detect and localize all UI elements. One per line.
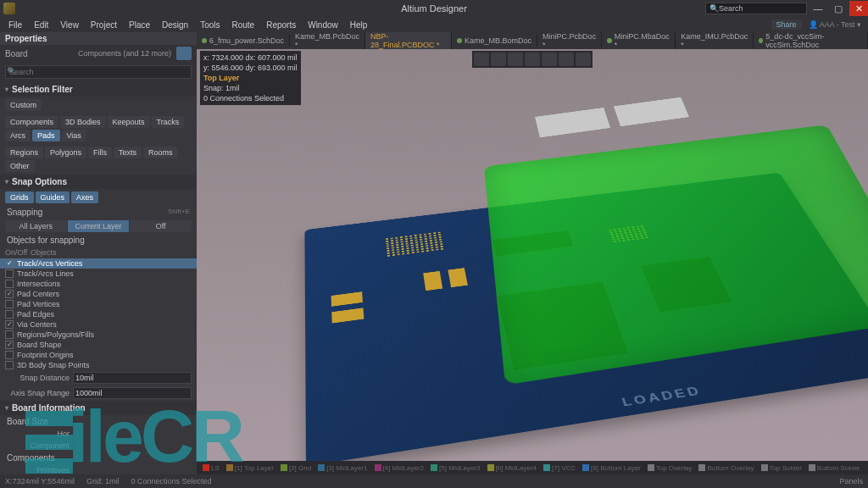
document-tab[interactable]: NBP-28_Final.PCBDOC * [365,32,452,49]
menu-view[interactable]: View [55,19,84,30]
panels-button[interactable]: Panels [839,477,863,485]
layer-item[interactable]: [7] VCC [541,464,578,472]
menu-file[interactable]: File [3,19,27,30]
pcb-3d-canvas[interactable]: LOADED [197,49,868,461]
section-snap-options[interactable]: Snap Options [0,175,197,189]
menu-reports[interactable]: Reports [261,19,301,30]
snap-off[interactable]: Off [130,220,192,232]
snap-object-row[interactable]: 3D Body Snap Points [0,360,197,370]
menu-design[interactable]: Design [157,19,193,30]
menu-help[interactable]: Help [345,19,373,30]
tool-6[interactable] [559,53,574,66]
layer-item[interactable]: [6] MidLayer4 [485,464,539,472]
checkbox-icon[interactable] [5,280,14,288]
filter-other[interactable]: Other [5,160,35,172]
document-tab[interactable]: 6_fmu_power.SchDoc [197,35,290,47]
layer-item[interactable]: LS [200,464,222,472]
checkbox-icon[interactable] [5,330,14,339]
snap-all-layers[interactable]: All Layers [5,220,67,232]
checkbox-icon[interactable] [5,290,14,298]
filter-tracks[interactable]: Tracks [152,116,185,128]
layer-swatch-icon [281,464,287,471]
filter-fills[interactable]: Fills [88,147,112,158]
menu-tools[interactable]: Tools [195,19,225,30]
snap-object-row[interactable]: Pad Vertices [0,299,197,309]
menu-edit[interactable]: Edit [29,19,53,30]
document-tab[interactable]: Kame_MB.PcbDoc * [290,32,365,49]
layer-item[interactable]: Bottom Solder [806,464,863,472]
checkbox-icon[interactable] [5,361,14,369]
section-selection-filter[interactable]: Selection Filter [0,82,197,97]
snap-object-row[interactable]: Pad Edges [0,309,197,319]
close-button[interactable]: ✕ [849,1,868,16]
tool-2[interactable] [491,53,506,66]
filter-pads[interactable]: Pads [32,130,60,141]
filter-regions[interactable]: Regions [5,147,43,158]
document-tab[interactable]: 5_dc-dc_vccSim-vccSim.SchDoc [754,32,868,49]
snap-axes[interactable]: Axes [71,191,98,203]
maximize-button[interactable]: ▢ [829,1,848,16]
snap-object-row[interactable]: Pad Centers [0,289,197,299]
board-size-label: Board Size [0,415,197,428]
layer-item[interactable]: [2] Gnd [278,464,314,472]
layer-label: Top Solder [770,464,802,472]
document-tab[interactable]: MiniPC.MbaDoc * [602,32,676,49]
filter-keepouts[interactable]: Keepouts [108,116,150,128]
tool-1[interactable] [474,53,489,66]
filter-icon[interactable] [176,47,192,60]
snap-object-row[interactable]: Via Centers [0,319,197,330]
tool-7[interactable] [576,53,591,66]
snap-current-layer[interactable]: Current Layer [68,220,130,232]
menu-place[interactable]: Place [124,19,155,30]
tool-5[interactable] [542,53,557,66]
filter-rooms[interactable]: Rooms [143,147,178,158]
checkbox-icon[interactable] [5,310,14,319]
checkbox-icon[interactable] [5,300,14,308]
document-tab[interactable]: MiniPC.PcbDoc * [537,32,602,49]
layer-item[interactable]: [5] MidLayer3 [428,464,482,472]
user-label[interactable]: 👤 AAA - Test ▾ [805,20,865,29]
checkbox-icon[interactable] [5,351,14,359]
layer-item[interactable]: [8] Bottom Layer [580,464,643,472]
document-tab[interactable]: Kame_IMU.PcbDoc * [676,32,754,49]
layer-item[interactable]: Bottom Overlay [696,464,756,472]
checkbox-icon[interactable] [5,341,14,349]
filter-arcs[interactable]: Arcs [5,130,31,141]
checkbox-icon[interactable] [5,269,14,278]
global-search[interactable]: 🔍 Search [705,3,807,14]
filter-components[interactable]: Components [5,116,58,128]
layer-item[interactable]: Top Solder [759,464,804,472]
filter-polygons[interactable]: Polygons [45,147,86,158]
layer-item[interactable]: Top Overlay [645,464,695,472]
filter-vias[interactable]: Vias [62,130,86,141]
document-tab[interactable]: Kame_MB.BomDoc [452,35,537,47]
filter-texts[interactable]: Texts [114,147,142,158]
checkbox-icon[interactable] [5,320,14,329]
snap-object-row[interactable]: Track/Arcs Vertices [0,258,197,269]
tool-3[interactable] [508,53,523,66]
checkbox-icon[interactable] [5,259,14,268]
layer-item[interactable]: [1] Top Layer [224,464,276,472]
snap-guides[interactable]: Guides [36,191,70,203]
layer-item[interactable]: [3] MidLayer1 [315,464,370,472]
snap-object-row[interactable]: Regions/Polygons/Fills [0,330,197,340]
menu-window[interactable]: Window [303,19,343,30]
snap-object-row[interactable]: Footprint Origins [0,350,197,360]
snap-distance-input[interactable] [73,372,192,384]
snap-object-row[interactable]: Intersections [0,279,197,289]
snap-object-row[interactable]: Track/Arcs Lines [0,269,197,279]
filter-custom[interactable]: Custom [5,99,42,111]
panel-search-input[interactable] [5,65,192,79]
snap-grids[interactable]: Grids [5,191,34,203]
menu-project[interactable]: Project [86,19,122,30]
section-board-info[interactable]: Board Information [0,401,197,415]
tool-4[interactable] [525,53,540,66]
share-button[interactable]: Share [771,19,802,30]
snap-object-row[interactable]: Board Shape [0,340,197,350]
minimize-button[interactable]: — [809,1,827,16]
menu-route[interactable]: Route [227,19,260,30]
filter-3d-bodies[interactable]: 3D Bodies [60,116,106,128]
axis-range-input[interactable] [73,387,192,399]
panel-subtitle: Board Components (and 12 more) [0,45,197,62]
layer-item[interactable]: [4] MidLayer2 [372,464,426,472]
